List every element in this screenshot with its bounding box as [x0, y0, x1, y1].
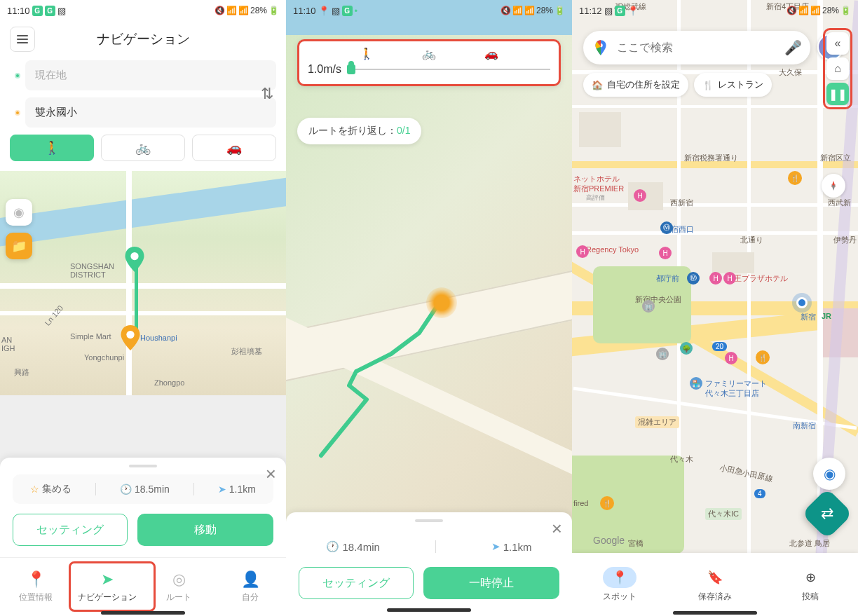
map-view[interactable]: ◉ 📁 SONGSHAN DISTRICT Simple Mart Housha…: [0, 171, 286, 395]
pause-button[interactable]: ❚❚: [826, 83, 849, 105]
poi-hotel-icon[interactable]: H: [634, 189, 646, 202]
mode-bike-button[interactable]: 🚲: [101, 135, 185, 161]
poi-building-icon[interactable]: 🏢: [642, 300, 655, 313]
collect-button[interactable]: ☆集める: [30, 483, 72, 495]
locate-button[interactable]: ◉: [6, 199, 32, 226]
poi-restaurant-icon[interactable]: 🍴: [600, 496, 614, 510]
map-label: 新宿税務署通り: [684, 153, 738, 163]
mute-icon: 🔇: [786, 6, 797, 15]
map-label: 都庁前: [656, 273, 679, 284]
chip-restaurant[interactable]: 🍴レストラン: [694, 73, 772, 97]
map-label: 新宿: [801, 312, 816, 322]
fold-route-chip[interactable]: ルートを折り返し：0/1: [297, 118, 421, 144]
map-label: 新宿区立: [820, 153, 851, 163]
sheet-handle[interactable]: [129, 465, 157, 467]
map-label: 代々木: [670, 454, 693, 465]
poi-hotel-icon[interactable]: H: [723, 272, 736, 285]
battery-icon: 🔋: [554, 6, 565, 15]
tab-spot[interactable]: 📍スポット: [572, 553, 667, 616]
map-label: 高評価: [586, 193, 605, 203]
google-maps-icon: [592, 39, 610, 57]
tab-bar: 📍スポット 🔖保存済み ⊕投稿: [572, 553, 858, 616]
map-label: 宮橋: [628, 538, 644, 549]
battery-icon: 🔋: [840, 6, 851, 15]
app-icon: G: [45, 6, 55, 16]
move-button[interactable]: 移動: [137, 514, 273, 546]
tab-location[interactable]: 📍位置情報: [0, 558, 72, 616]
poi-hotel-icon[interactable]: H: [659, 247, 672, 259]
poi-restaurant-icon[interactable]: 🍴: [756, 350, 770, 364]
swap-icon[interactable]: ⇅: [261, 85, 273, 103]
mode-walk-button[interactable]: 🚶: [10, 135, 94, 161]
close-button[interactable]: ×: [266, 463, 276, 485]
mute-icon: 🔇: [214, 6, 225, 15]
slider-knob[interactable]: [347, 64, 355, 74]
route-shield: 20: [712, 342, 727, 351]
map-label: 新宿PREMIER: [573, 184, 624, 194]
home-indicator: [101, 611, 185, 615]
bottom-sheet: × 🕐18.4min ➤1.1km セッティング 一時停止: [286, 512, 572, 616]
poi-restaurant-icon[interactable]: 🍴: [788, 171, 802, 185]
status-bar: 11:10 G G ▧ 🔇 📶 📶 28% 🔋: [0, 0, 286, 21]
map-label: ネットホテル: [573, 174, 620, 184]
side-controls-highlight: « ⌂ ❚❚: [823, 28, 852, 109]
signal-icon: 📶: [238, 6, 249, 15]
home-button[interactable]: ⌂: [826, 57, 849, 80]
origin-dot-icon: [15, 73, 20, 78]
poi-station-icon[interactable]: Ⓜ: [687, 272, 700, 285]
tab-post[interactable]: ⊕投稿: [763, 553, 858, 616]
speed-slider[interactable]: [347, 69, 550, 70]
settings-button[interactable]: セッティング: [13, 514, 128, 546]
map-label: ファミリーマート: [705, 378, 767, 389]
status-time: 11:10: [7, 6, 30, 16]
poi-hotel-icon[interactable]: H: [725, 352, 737, 364]
mute-icon: 🔇: [500, 6, 511, 15]
current-location-icon: [426, 287, 457, 318]
svg-point-1: [126, 331, 134, 338]
folder-button[interactable]: 📁: [6, 233, 32, 259]
poi-hotel-icon[interactable]: H: [709, 272, 722, 285]
mode-walk-icon[interactable]: 🚶: [360, 47, 374, 60]
user-location-icon: [796, 297, 808, 308]
map-label: Simple Mart: [70, 332, 111, 341]
tab-bar: 📍位置情報 ➤ナビゲーション ◎ルート 👤自分: [0, 557, 286, 616]
tab-saved[interactable]: 🔖保存済み: [667, 553, 763, 616]
mode-car-icon[interactable]: 🚗: [484, 47, 498, 60]
bottom-sheet: × ☆集める 🕐18.5min ➤1.1km セッティング 移動: [0, 458, 286, 557]
poi-station-icon[interactable]: Ⓜ: [660, 221, 673, 234]
poi-store-icon[interactable]: 🏪: [690, 377, 702, 390]
mic-icon[interactable]: 🎤: [784, 39, 802, 56]
compass-button[interactable]: [822, 174, 845, 198]
map-label: 伊勢丹: [833, 235, 857, 245]
poi-park-icon[interactable]: 🌳: [680, 342, 693, 355]
search-bar[interactable]: ここで検索 🎤: [583, 31, 810, 64]
map-label: 西武新: [828, 198, 851, 208]
chip-set-home[interactable]: 🏠自宅の住所を設定: [583, 73, 688, 97]
route-time: 🕐18.4min: [326, 540, 379, 553]
tab-self[interactable]: 👤自分: [214, 558, 286, 616]
map-label: SONGSHAN DISTRICT: [70, 262, 114, 279]
settings-button[interactable]: セッティング: [299, 567, 414, 599]
map-label: 小田急小田原線: [719, 463, 773, 484]
gallery-icon: ▧: [332, 6, 340, 16]
map-label: 混雑エリア: [635, 416, 679, 428]
map-label: 南新宿: [793, 420, 816, 431]
sheet-handle[interactable]: [415, 519, 443, 522]
close-button[interactable]: ×: [552, 518, 562, 540]
mode-bike-icon[interactable]: 🚲: [422, 47, 436, 60]
poi-hotel-icon[interactable]: H: [576, 245, 589, 258]
destination-input[interactable]: 雙永國小: [25, 97, 276, 128]
status-bar: 11:10 📍 ▧ G • 🔇 📶 📶 28% 🔋: [286, 0, 572, 21]
route-line: [328, 301, 454, 413]
app-icon: G: [32, 6, 43, 16]
pause-button[interactable]: 一時停止: [423, 567, 559, 599]
location-icon: 📍: [318, 6, 329, 16]
svg-point-0: [130, 252, 138, 260]
origin-input[interactable]: 現在地: [25, 60, 276, 90]
battery-pct: 28%: [536, 6, 553, 15]
my-location-button[interactable]: ◉: [813, 458, 845, 490]
poi-building-icon[interactable]: 🏢: [656, 348, 669, 360]
collapse-button[interactable]: «: [826, 32, 849, 55]
mode-car-button[interactable]: 🚗: [192, 135, 276, 161]
map-label: 西新宿: [670, 198, 693, 208]
